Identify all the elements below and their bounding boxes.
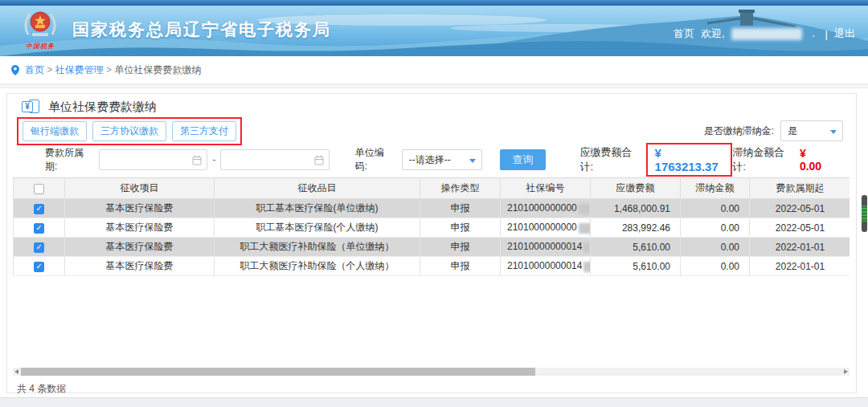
redacted-ssn-suffix: [579, 204, 591, 214]
cell-item: 职工基本医疗保险(单位缴纳): [215, 199, 420, 218]
payment-buttons-annotation-box: 银行端缴款三方协议缴款第三方支付: [17, 117, 242, 145]
late-fee-value: 是: [788, 124, 797, 138]
unit-code-label: 单位编码:: [355, 146, 394, 173]
cell-late: 0.00: [681, 257, 750, 276]
breadcrumb-item[interactable]: 首页: [25, 64, 44, 75]
table-row: 基本医疗保险费职工基本医疗保险(个人缴纳)申报2101000000000283,…: [14, 218, 850, 238]
main-panel: ¥ 单位社保费费款缴纳 银行端缴款三方协议缴款第三方支付 是否缴纳滞纳金: 是 …: [6, 93, 857, 393]
calendar-icon: [314, 155, 324, 165]
column-header: 社保编号: [501, 178, 591, 199]
cell-op: 申报: [420, 199, 501, 218]
breadcrumb-separator: >: [104, 64, 115, 75]
site-header: 中国税务 国家税务总局辽宁省电子税务局 首页 欢迎, ． | 退出: [0, 6, 868, 56]
cell-start: 2022-01-01: [750, 257, 850, 276]
cell-project: 基本医疗保险费: [65, 199, 215, 218]
cell-op: 申报: [420, 257, 501, 276]
period-end-input[interactable]: [220, 149, 329, 170]
table-row: 基本医疗保险费职工大额医疗补助保险（个人缴纳）申报210100000000145…: [14, 257, 850, 276]
divider: [0, 84, 868, 88]
redacted-username: [731, 28, 802, 40]
search-button[interactable]: 查询: [500, 149, 547, 170]
national-emblem-icon: [22, 9, 59, 41]
action-button[interactable]: 三方协议缴款: [92, 121, 166, 141]
payable-total-value: ¥ 1763213.37: [655, 146, 719, 173]
cell-op: 申报: [420, 238, 501, 257]
late-total-label: 滞纳金额合计:: [732, 145, 793, 174]
row-checkbox[interactable]: [34, 262, 44, 272]
breadcrumb-item[interactable]: 社保费管理: [55, 64, 104, 75]
period-start-input[interactable]: [99, 149, 207, 170]
column-header: 费款属期起: [750, 178, 850, 199]
payable-total-label: 应缴费额合计:: [579, 145, 641, 174]
cell-item: 职工大额医疗补助保险（单位缴纳）: [215, 238, 420, 257]
fees-table: 征收项目征收品目操作类型社保编号应缴费额滞纳金额费款属期起 基本医疗保险费职工基…: [13, 177, 850, 276]
cell-ssn: 21010000000014: [501, 257, 591, 276]
redacted-ssn-suffix: [583, 242, 590, 253]
horizontal-scrollbar[interactable]: [13, 368, 850, 376]
nav-home-link[interactable]: 首页: [674, 26, 694, 41]
table-row: 基本医疗保险费职工基本医疗保险(单位缴纳)申报21010000000001,46…: [14, 199, 850, 218]
cell-ssn: 2101000000000: [501, 199, 591, 218]
column-header: 滞纳金额: [681, 178, 750, 199]
cell-project: 基本医疗保险费: [65, 238, 215, 257]
cell-start: 2022-05-01: [750, 218, 850, 238]
welcome-label: 欢迎,: [701, 26, 725, 41]
welcome-dot: ．: [809, 26, 819, 41]
row-checkbox[interactable]: [34, 223, 44, 234]
cell-project: 基本医疗保险费: [65, 257, 215, 276]
top-strip: [0, 0, 868, 6]
late-total-value: ¥ 0.00: [800, 147, 829, 173]
chevron-down-icon: [830, 130, 837, 134]
cell-item: 职工基本医疗保险(个人缴纳): [215, 218, 420, 238]
horizontal-scrollbar-thumb[interactable]: [21, 368, 535, 376]
row-checkbox[interactable]: [34, 204, 44, 214]
calendar-icon: [192, 155, 202, 165]
cell-start: 2022-01-01: [750, 238, 850, 257]
select-all-checkbox[interactable]: [34, 184, 44, 194]
table-row: 基本医疗保险费职工大额医疗补助保险（单位缴纳）申报210100000000145…: [14, 238, 850, 257]
cell-payable: 5,610.00: [591, 257, 681, 276]
unit-code-select[interactable]: --请选择--: [402, 149, 482, 170]
cell-late: 0.00: [681, 199, 750, 218]
range-separator: -: [212, 154, 215, 165]
table-body: 基本医疗保险费职工基本医疗保险(单位缴纳)申报21010000000001,46…: [14, 199, 850, 276]
cell-payable: 1,468,000.91: [591, 199, 681, 218]
cell-late: 0.00: [681, 218, 750, 238]
late-fee-select[interactable]: 是: [780, 120, 843, 141]
cell-ssn: 2101000000000: [501, 218, 591, 238]
late-fee-label: 是否缴纳滞纳金:: [704, 124, 774, 138]
row-checkbox[interactable]: [34, 242, 44, 253]
vertical-scrollbar-thumb[interactable]: [862, 195, 867, 232]
breadcrumb-item: 单位社保费费款缴纳: [114, 64, 201, 75]
redacted-ssn-suffix: [583, 262, 590, 272]
tax-bureau-logo: 中国税务: [19, 9, 61, 51]
cell-op: 申报: [420, 218, 501, 238]
cell-ssn: 21010000000014: [501, 238, 591, 257]
payable-total-annotation-box: ¥ 1763213.37: [646, 143, 733, 177]
breadcrumb-items: 首页 > 社保费管理 > 单位社保费费款缴纳: [25, 63, 201, 77]
scroll-right-icon[interactable]: [844, 369, 848, 374]
table-header-row: 征收项目征收品目操作类型社保编号应缴费额滞纳金额费款属期起: [14, 178, 850, 199]
logout-link[interactable]: 退出: [834, 26, 855, 41]
action-button[interactable]: 第三方支付: [172, 121, 236, 141]
column-header: 操作类型: [420, 178, 501, 199]
breadcrumb: 首页 > 社保费管理 > 单位社保费费款缴纳: [0, 56, 868, 84]
table-zone: 征收项目征收品目操作类型社保编号应缴费额滞纳金额费款属期起 基本医疗保险费职工基…: [13, 177, 850, 368]
page-title-row: ¥ 单位社保费费款缴纳: [22, 97, 856, 116]
cell-project: 基本医疗保险费: [65, 218, 215, 238]
cell-late: 0.00: [681, 238, 750, 257]
yuan-document-icon: ¥: [22, 99, 41, 115]
chevron-down-icon: [469, 159, 476, 163]
column-header: 征收项目: [65, 178, 215, 199]
cell-start: 2022-05-01: [750, 199, 850, 218]
breadcrumb-separator: >: [44, 64, 55, 75]
cell-item: 职工大额医疗补助保险（个人缴纳）: [215, 257, 420, 276]
record-count: 共 4 条数据: [17, 382, 856, 396]
page-footer-strip: [0, 397, 868, 407]
logo-caption: 中国税务: [19, 42, 61, 51]
site-title: 国家税务总局辽宁省电子税务局: [72, 18, 331, 41]
action-button[interactable]: 银行端缴款: [23, 121, 87, 141]
page-title: 单位社保费费款缴纳: [48, 100, 157, 115]
header-nav: 首页 欢迎, ． | 退出: [674, 26, 855, 41]
scroll-left-icon[interactable]: [14, 369, 18, 374]
